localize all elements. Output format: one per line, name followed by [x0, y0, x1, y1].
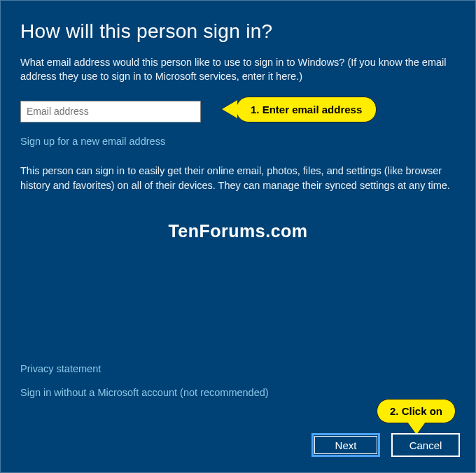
annotation-label: 2. Click on — [377, 399, 456, 423]
page-title: How will this person sign in? — [20, 20, 456, 43]
email-field[interactable] — [20, 101, 201, 122]
no-microsoft-account-link[interactable]: Sign in without a Microsoft account (not… — [20, 387, 269, 398]
cancel-button[interactable]: Cancel — [391, 433, 460, 457]
callout-arrow-icon — [222, 100, 237, 118]
info-text: This person can sign in to easily get th… — [20, 164, 456, 193]
bottom-links: Privacy statement Sign in without a Micr… — [20, 363, 269, 411]
signup-link[interactable]: Sign up for a new email address — [20, 136, 165, 147]
privacy-link[interactable]: Privacy statement — [20, 363, 269, 374]
annotation-step-2: 2. Click on — [377, 399, 456, 435]
next-button[interactable]: Next — [312, 433, 380, 457]
button-row: Next Cancel — [312, 433, 460, 457]
email-input-row: 1. Enter email address — [20, 101, 456, 122]
watermark-text: TenForums.com — [20, 221, 456, 241]
description-text: What email address would this person lik… — [20, 55, 456, 84]
annotation-step-1: 1. Enter email address — [222, 97, 377, 122]
annotation-label: 1. Enter email address — [236, 97, 377, 122]
